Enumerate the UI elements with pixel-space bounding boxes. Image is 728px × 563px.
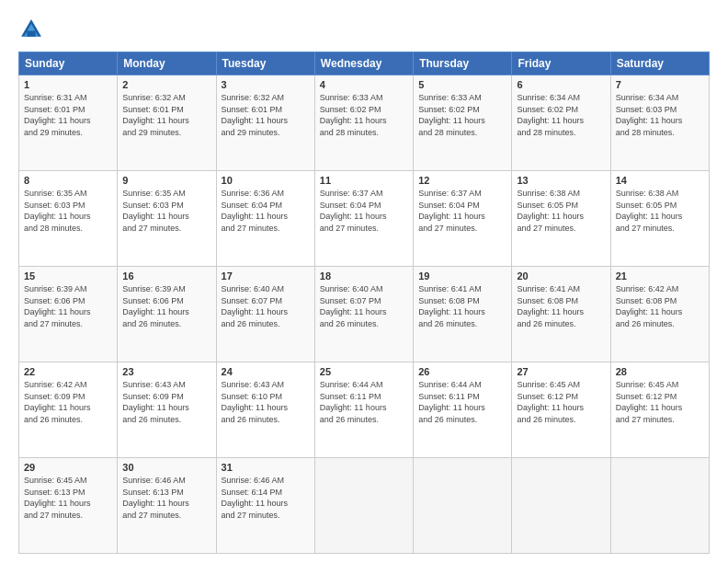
day-number: 18 — [320, 270, 408, 282]
day-info: Sunrise: 6:41 AM Sunset: 6:08 PM Dayligh… — [517, 283, 605, 329]
day-info: Sunrise: 6:39 AM Sunset: 6:06 PM Dayligh… — [122, 283, 210, 329]
day-info: Sunrise: 6:40 AM Sunset: 6:07 PM Dayligh… — [222, 283, 310, 329]
calendar: SundayMondayTuesdayWednesdayThursdayFrid… — [18, 52, 710, 554]
day-info: Sunrise: 6:43 AM Sunset: 6:09 PM Dayligh… — [122, 379, 210, 425]
day-info: Sunrise: 6:33 AM Sunset: 6:02 PM Dayligh… — [320, 92, 408, 138]
day-number: 11 — [320, 175, 408, 186]
calendar-header: SundayMondayTuesdayWednesdayThursdayFrid… — [19, 52, 710, 75]
day-cell: 3Sunrise: 6:32 AM Sunset: 6:01 PM Daylig… — [216, 75, 314, 171]
week-row-2: 8Sunrise: 6:35 AM Sunset: 6:03 PM Daylig… — [19, 171, 710, 267]
day-info: Sunrise: 6:39 AM Sunset: 6:06 PM Dayligh… — [24, 283, 112, 329]
svg-rect-2 — [27, 31, 35, 37]
day-number: 9 — [122, 175, 210, 186]
weekday-header-friday: Friday — [512, 52, 610, 75]
day-number: 17 — [222, 270, 310, 282]
day-number: 3 — [222, 79, 310, 90]
day-cell: 30Sunrise: 6:46 AM Sunset: 6:13 PM Dayli… — [118, 458, 216, 554]
day-cell: 24Sunrise: 6:43 AM Sunset: 6:10 PM Dayli… — [216, 362, 314, 458]
day-number: 30 — [122, 462, 210, 473]
day-cell: 2Sunrise: 6:32 AM Sunset: 6:01 PM Daylig… — [118, 75, 216, 171]
day-cell: 22Sunrise: 6:42 AM Sunset: 6:09 PM Dayli… — [19, 362, 118, 458]
day-number: 8 — [24, 175, 112, 186]
weekday-header-thursday: Thursday — [414, 52, 512, 75]
day-info: Sunrise: 6:35 AM Sunset: 6:03 PM Dayligh… — [122, 188, 210, 234]
day-info: Sunrise: 6:37 AM Sunset: 6:04 PM Dayligh… — [418, 188, 506, 234]
day-cell: 6Sunrise: 6:34 AM Sunset: 6:02 PM Daylig… — [512, 75, 610, 171]
day-number: 19 — [418, 270, 506, 282]
day-number: 23 — [122, 366, 210, 377]
week-row-1: 1Sunrise: 6:31 AM Sunset: 6:01 PM Daylig… — [19, 75, 710, 171]
day-info: Sunrise: 6:44 AM Sunset: 6:11 PM Dayligh… — [418, 379, 506, 425]
day-cell: 29Sunrise: 6:45 AM Sunset: 6:13 PM Dayli… — [19, 458, 118, 554]
day-number: 20 — [517, 270, 605, 282]
day-cell: 16Sunrise: 6:39 AM Sunset: 6:06 PM Dayli… — [118, 267, 216, 362]
day-cell: 27Sunrise: 6:45 AM Sunset: 6:12 PM Dayli… — [512, 362, 610, 458]
day-cell: 21Sunrise: 6:42 AM Sunset: 6:08 PM Dayli… — [610, 267, 709, 362]
day-info: Sunrise: 6:44 AM Sunset: 6:11 PM Dayligh… — [320, 379, 408, 425]
day-info: Sunrise: 6:31 AM Sunset: 6:01 PM Dayligh… — [24, 92, 112, 138]
day-info: Sunrise: 6:38 AM Sunset: 6:05 PM Dayligh… — [616, 188, 704, 234]
day-number: 15 — [24, 270, 112, 282]
day-info: Sunrise: 6:32 AM Sunset: 6:01 PM Dayligh… — [222, 92, 310, 138]
weekday-row: SundayMondayTuesdayWednesdayThursdayFrid… — [19, 52, 710, 75]
day-cell: 7Sunrise: 6:34 AM Sunset: 6:03 PM Daylig… — [610, 75, 709, 171]
day-number: 22 — [24, 366, 112, 377]
week-row-4: 22Sunrise: 6:42 AM Sunset: 6:09 PM Dayli… — [19, 362, 710, 458]
weekday-header-tuesday: Tuesday — [216, 52, 314, 75]
day-info: Sunrise: 6:34 AM Sunset: 6:02 PM Dayligh… — [517, 92, 605, 138]
day-info: Sunrise: 6:40 AM Sunset: 6:07 PM Dayligh… — [320, 283, 408, 329]
day-cell: 20Sunrise: 6:41 AM Sunset: 6:08 PM Dayli… — [512, 267, 610, 362]
day-number: 13 — [517, 175, 605, 186]
day-cell: 23Sunrise: 6:43 AM Sunset: 6:09 PM Dayli… — [118, 362, 216, 458]
day-number: 14 — [616, 175, 704, 186]
day-number: 28 — [616, 366, 704, 377]
logo-icon — [18, 17, 44, 42]
day-info: Sunrise: 6:46 AM Sunset: 6:13 PM Dayligh… — [122, 475, 210, 521]
day-number: 2 — [122, 79, 210, 90]
day-info: Sunrise: 6:42 AM Sunset: 6:08 PM Dayligh… — [616, 283, 704, 329]
week-row-3: 15Sunrise: 6:39 AM Sunset: 6:06 PM Dayli… — [19, 267, 710, 362]
weekday-header-wednesday: Wednesday — [314, 52, 413, 75]
day-number: 6 — [517, 79, 605, 90]
day-number: 5 — [418, 79, 506, 90]
day-info: Sunrise: 6:37 AM Sunset: 6:04 PM Dayligh… — [320, 188, 408, 234]
page: SundayMondayTuesdayWednesdayThursdayFrid… — [0, 0, 728, 563]
day-number: 29 — [24, 462, 112, 473]
day-cell: 31Sunrise: 6:46 AM Sunset: 6:14 PM Dayli… — [216, 458, 314, 554]
day-cell: 18Sunrise: 6:40 AM Sunset: 6:07 PM Dayli… — [314, 267, 413, 362]
day-cell: 14Sunrise: 6:38 AM Sunset: 6:05 PM Dayli… — [610, 171, 709, 267]
day-number: 21 — [616, 270, 704, 282]
day-cell: 26Sunrise: 6:44 AM Sunset: 6:11 PM Dayli… — [414, 362, 512, 458]
day-cell: 5Sunrise: 6:33 AM Sunset: 6:02 PM Daylig… — [414, 75, 512, 171]
day-cell — [512, 458, 610, 554]
day-cell: 12Sunrise: 6:37 AM Sunset: 6:04 PM Dayli… — [414, 171, 512, 267]
day-number: 27 — [517, 366, 605, 377]
day-info: Sunrise: 6:34 AM Sunset: 6:03 PM Dayligh… — [616, 92, 704, 138]
day-number: 7 — [616, 79, 704, 90]
day-number: 12 — [418, 175, 506, 186]
day-number: 10 — [222, 175, 310, 186]
day-info: Sunrise: 6:35 AM Sunset: 6:03 PM Dayligh… — [24, 188, 112, 234]
day-info: Sunrise: 6:46 AM Sunset: 6:14 PM Dayligh… — [222, 475, 310, 521]
day-cell: 8Sunrise: 6:35 AM Sunset: 6:03 PM Daylig… — [19, 171, 118, 267]
day-number: 4 — [320, 79, 408, 90]
day-info: Sunrise: 6:45 AM Sunset: 6:12 PM Dayligh… — [616, 379, 704, 425]
day-cell: 4Sunrise: 6:33 AM Sunset: 6:02 PM Daylig… — [314, 75, 413, 171]
weekday-header-saturday: Saturday — [610, 52, 709, 75]
day-number: 24 — [222, 366, 310, 377]
day-info: Sunrise: 6:32 AM Sunset: 6:01 PM Dayligh… — [122, 92, 210, 138]
day-info: Sunrise: 6:36 AM Sunset: 6:04 PM Dayligh… — [222, 188, 310, 234]
day-info: Sunrise: 6:43 AM Sunset: 6:10 PM Dayligh… — [222, 379, 310, 425]
header — [18, 17, 710, 42]
day-info: Sunrise: 6:38 AM Sunset: 6:05 PM Dayligh… — [517, 188, 605, 234]
day-cell: 11Sunrise: 6:37 AM Sunset: 6:04 PM Dayli… — [314, 171, 413, 267]
day-number: 31 — [222, 462, 310, 473]
weekday-header-sunday: Sunday — [19, 52, 118, 75]
weekday-header-monday: Monday — [118, 52, 216, 75]
day-info: Sunrise: 6:45 AM Sunset: 6:12 PM Dayligh… — [517, 379, 605, 425]
day-info: Sunrise: 6:41 AM Sunset: 6:08 PM Dayligh… — [418, 283, 506, 329]
calendar-body: 1Sunrise: 6:31 AM Sunset: 6:01 PM Daylig… — [19, 75, 710, 554]
week-row-5: 29Sunrise: 6:45 AM Sunset: 6:13 PM Dayli… — [19, 458, 710, 554]
day-cell: 1Sunrise: 6:31 AM Sunset: 6:01 PM Daylig… — [19, 75, 118, 171]
day-cell: 17Sunrise: 6:40 AM Sunset: 6:07 PM Dayli… — [216, 267, 314, 362]
